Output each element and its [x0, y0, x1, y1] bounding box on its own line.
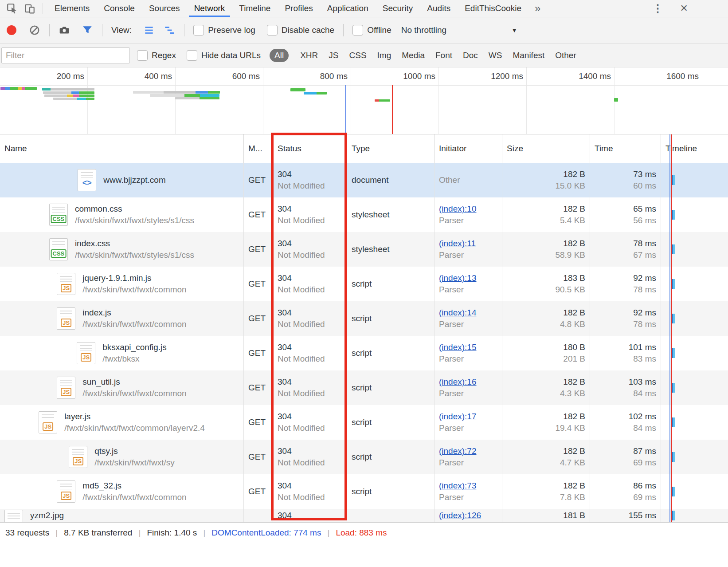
panel-tab[interactable]: Audits [420, 0, 458, 17]
filter-type[interactable]: Media [402, 51, 425, 60]
hide-data-urls-checkbox[interactable] [187, 50, 197, 61]
initiator-link[interactable]: (index):14 [439, 307, 497, 319]
request-row[interactable]: JS qtsy.js /fwxt/skin/fwxt/fwxt/sy GET 3… [0, 440, 728, 474]
throttling-select[interactable]: No throttling ▼ [401, 25, 517, 35]
request-name-cell[interactable]: CSS common.css /fwxt/skin/fwxt/fwxt/styl… [0, 197, 243, 232]
initiator-link[interactable]: (index):17 [439, 411, 497, 422]
request-row[interactable]: JS bksxapi_config.js /fwxt/bksx GET 304 … [0, 336, 728, 370]
request-name-cell[interactable]: JS md5_32.js /fwxt/skin/fwxt/fwxt/common [0, 474, 243, 509]
request-row[interactable]: JS md5_32.js /fwxt/skin/fwxt/fwxt/common… [0, 474, 728, 509]
column-header-type[interactable]: Type [347, 134, 434, 163]
load-event-line [392, 85, 393, 134]
request-type: stylesheet [352, 209, 430, 220]
more-options-icon[interactable]: ⋮ [653, 2, 663, 15]
disable-cache-checkbox[interactable] [267, 25, 278, 35]
request-path: /fwxt/skin/fwxt/fwxt/sy [94, 457, 175, 469]
request-row[interactable]: CSS index.css /fwxt/skin/fwxt/fwxt/style… [0, 232, 728, 267]
initiator-link[interactable]: (index):73 [439, 480, 497, 492]
initiator-link[interactable]: (index):16 [439, 376, 497, 388]
column-header-name[interactable]: Name [0, 134, 243, 163]
request-name-cell[interactable]: JS jquery-1.9.1.min.js /fwxt/skin/fwxt/f… [0, 267, 243, 301]
request-name-cell[interactable]: <> www.bjjzzpt.com [0, 163, 243, 197]
filter-input[interactable] [1, 47, 130, 63]
column-header-size[interactable]: Size [502, 134, 590, 163]
timeline-overview[interactable]: 200 ms 400 ms 600 ms 800 ms 1000 ms 1200… [0, 67, 728, 134]
request-type: document [352, 174, 430, 186]
filter-type[interactable]: WS [489, 51, 502, 60]
request-name-cell[interactable]: JS layer.js /fwxt/skin/fwxt/fwxt/common/… [0, 405, 243, 440]
request-row[interactable]: JS layer.js /fwxt/skin/fwxt/fwxt/common/… [0, 405, 728, 440]
resource-size: 90.5 KB [507, 284, 585, 295]
panel-tab[interactable]: Console [97, 0, 142, 17]
waterfall-view-icon[interactable] [164, 24, 175, 36]
column-header-initiator[interactable]: Initiator [434, 134, 502, 163]
large-rows-view-icon[interactable] [143, 24, 155, 36]
filter-type[interactable]: CSS [349, 51, 366, 60]
request-name-cell[interactable]: JS qtsy.js /fwxt/skin/fwxt/fwxt/sy [0, 440, 243, 474]
initiator-link[interactable]: (index):15 [439, 342, 497, 353]
request-name-cell[interactable]: JS bksxapi_config.js /fwxt/bksx [0, 336, 243, 370]
filter-type[interactable]: Font [435, 51, 452, 60]
request-initiator-cell: (index):10 Parser [434, 197, 502, 232]
filter-type[interactable]: Doc [463, 51, 478, 60]
panel-tab[interactable]: EditThisCookie [458, 0, 528, 17]
overview-request-bar [375, 99, 390, 102]
summary-item: 8.7 KB transferred | [64, 528, 147, 538]
request-name-cell[interactable]: JS sun_util.js /fwxt/skin/fwxt/fwxt/comm… [0, 370, 243, 405]
column-header-method[interactable]: M... [243, 134, 273, 163]
filter-type[interactable]: Other [555, 51, 576, 60]
total-time: 102 ms [595, 411, 656, 422]
request-name: md5_32.js [82, 480, 186, 492]
request-row[interactable]: JS sun_util.js /fwxt/skin/fwxt/fwxt/comm… [0, 370, 728, 405]
initiator-link[interactable]: (index):11 [439, 238, 497, 249]
request-initiator-cell: (index):73 Parser [434, 474, 502, 509]
panel-tab[interactable]: Application [320, 0, 376, 17]
request-row[interactable]: JS jquery-1.9.1.min.js /fwxt/skin/fwxt/f… [0, 267, 728, 301]
column-header-timeline[interactable]: Timeline [661, 134, 728, 163]
request-row[interactable]: <> www.bjjzzpt.com GET 304 Not Modified … [0, 163, 728, 197]
column-header-time[interactable]: Time [590, 134, 661, 163]
initiator-link[interactable]: (index):10 [439, 203, 497, 215]
request-type: script [352, 382, 430, 394]
device-toolbar-icon[interactable] [24, 3, 35, 14]
offline-checkbox[interactable] [352, 25, 363, 35]
panel-tab[interactable]: Elements [47, 0, 97, 17]
close-devtools-icon[interactable]: ✕ [680, 3, 688, 14]
preserve-log-checkbox[interactable] [193, 25, 204, 35]
initiator-link[interactable]: (index):13 [439, 272, 497, 284]
request-path: /fwxt/skin/fwxt/fwxt/styles/s1/css [75, 249, 194, 261]
clear-button[interactable] [29, 24, 40, 36]
inspect-element-icon[interactable] [6, 3, 18, 14]
request-row[interactable]: JS index.js /fwxt/skin/fwxt/fwxt/common … [0, 301, 728, 336]
filter-type[interactable]: Img [377, 51, 391, 60]
record-button[interactable] [7, 25, 16, 35]
filter-icon[interactable] [82, 24, 93, 36]
filter-type-all[interactable]: All [270, 49, 289, 62]
column-header-status[interactable]: Status [273, 134, 347, 163]
panel-tab[interactable]: Security [376, 0, 420, 17]
filter-type[interactable]: JS [329, 51, 338, 60]
initiator-link[interactable]: (index):126 [439, 510, 497, 520]
screenshot-camera-icon[interactable] [59, 24, 70, 36]
request-type: script [352, 347, 430, 359]
request-row[interactable]: CSS common.css /fwxt/skin/fwxt/fwxt/styl… [0, 197, 728, 232]
filter-type[interactable]: XHR [300, 51, 318, 60]
panel-tab[interactable]: Profiles [278, 0, 320, 17]
panel-tab[interactable]: Timeline [232, 0, 278, 17]
request-row[interactable]: yzm2.jpg 304 (index):126 [0, 509, 728, 522]
request-name-cell[interactable]: CSS index.css /fwxt/skin/fwxt/fwxt/style… [0, 232, 243, 267]
initiator-link[interactable]: Other [439, 174, 497, 186]
status-text: Not Modified [278, 319, 342, 330]
request-name-cell[interactable]: yzm2.jpg [0, 509, 243, 522]
waterfall-bar [672, 348, 675, 358]
filter-type[interactable]: Manifest [513, 51, 544, 60]
tabs-overflow-icon[interactable]: » [535, 0, 540, 16]
request-initiator-cell: (index):11 Parser [434, 232, 502, 267]
initiator-link[interactable]: (index):72 [439, 445, 497, 457]
request-path: /fwxt/bksx [102, 353, 167, 365]
panel-tab[interactable]: Sources [142, 0, 187, 17]
panel-tab[interactable]: Network [187, 0, 232, 17]
dropdown-arrow-icon: ▼ [512, 27, 517, 34]
regex-checkbox[interactable] [137, 50, 148, 61]
request-name-cell[interactable]: JS index.js /fwxt/skin/fwxt/fwxt/common [0, 301, 243, 336]
